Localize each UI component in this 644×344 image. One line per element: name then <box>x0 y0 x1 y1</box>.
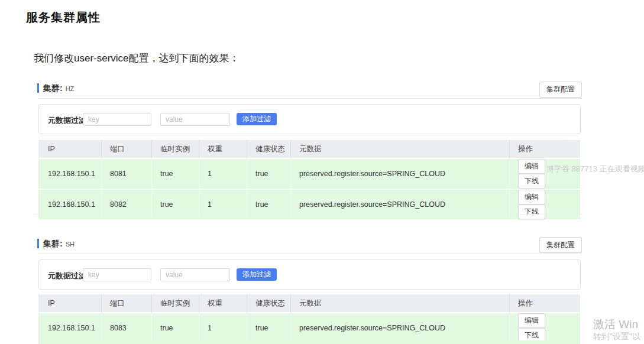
cluster-marker <box>37 83 39 93</box>
value-filter-input[interactable] <box>160 113 230 126</box>
instance-table-hz: IP 端口 临时实例 权重 健康状态 元数据 操作 192.168.150.1 … <box>38 140 580 220</box>
key-filter-input[interactable] <box>83 113 151 126</box>
metadata-filter-label: 元数据过滤 <box>48 271 86 281</box>
table-row: 192.168.150.1 8081 true 1 true preserved… <box>38 159 580 190</box>
cell-actions: 编辑下线 <box>510 313 580 344</box>
table-header-row: IP 端口 临时实例 权重 健康状态 元数据 操作 <box>38 294 580 313</box>
cluster-name: SH <box>66 241 75 248</box>
page-title: 服务集群属性 <box>26 9 101 25</box>
cell-healthy: true <box>247 190 291 220</box>
viewer-watermark: 博学谷 887713 正在观看视频 <box>546 164 644 174</box>
column-header-ephemeral: 临时实例 <box>152 140 199 159</box>
cell-metadata: preserved.register.source=SPRING_CLOUD <box>291 190 510 220</box>
cell-port: 8082 <box>102 190 152 220</box>
cluster-config-button[interactable]: 集群配置 <box>539 82 582 98</box>
activate-windows-watermark-line1: 激活 Win <box>593 317 644 332</box>
instance-table-sh: IP 端口 临时实例 权重 健康状态 元数据 操作 192.168.150.1 … <box>38 294 580 344</box>
cell-metadata: preserved.register.source=SPRING_CLOUD <box>291 159 510 190</box>
edit-button[interactable]: 编辑 <box>518 313 545 328</box>
edit-button[interactable]: 编辑 <box>518 159 545 174</box>
cluster-header-hz: 集群:HZ 集群配置 <box>37 82 582 96</box>
cluster-config-button[interactable]: 集群配置 <box>539 237 582 253</box>
cell-metadata: preserved.register.source=SPRING_CLOUD <box>291 313 510 344</box>
column-header-healthy: 健康状态 <box>247 140 291 159</box>
column-header-ip: IP <box>38 294 102 313</box>
cell-ip: 192.168.150.1 <box>38 313 102 344</box>
divider <box>37 98 582 99</box>
cell-ephemeral: true <box>152 313 199 344</box>
value-filter-input[interactable] <box>160 268 230 281</box>
offline-button[interactable]: 下线 <box>518 205 545 219</box>
column-header-metadata: 元数据 <box>291 294 510 313</box>
column-header-actions: 操作 <box>510 140 580 159</box>
cell-weight: 1 <box>199 313 247 344</box>
cluster-header-sh: 集群:SH 集群配置 <box>37 238 582 252</box>
column-header-port: 端口 <box>102 294 152 313</box>
table-row: 192.168.150.1 8082 true 1 true preserved… <box>38 190 580 220</box>
add-filter-button[interactable]: 添加过滤 <box>237 113 277 125</box>
cell-port: 8083 <box>102 313 152 344</box>
divider <box>33 214 582 215</box>
cluster-name: HZ <box>66 85 75 92</box>
column-header-metadata: 元数据 <box>291 140 510 159</box>
column-header-weight: 权重 <box>199 140 247 159</box>
cell-ephemeral: true <box>152 159 199 190</box>
offline-button[interactable]: 下线 <box>518 174 545 189</box>
cell-ip: 192.168.150.1 <box>38 159 102 190</box>
partial-next-row <box>38 340 580 344</box>
column-header-weight: 权重 <box>199 294 247 313</box>
table-header-row: IP 端口 临时实例 权重 健康状态 元数据 操作 <box>38 140 580 159</box>
cell-ephemeral: true <box>152 190 199 220</box>
edit-button[interactable]: 编辑 <box>518 190 545 205</box>
column-header-port: 端口 <box>102 140 152 159</box>
column-header-healthy: 健康状态 <box>247 294 291 313</box>
cluster-title: 集群:SH <box>43 239 75 249</box>
cell-port: 8081 <box>102 159 152 190</box>
column-header-ephemeral: 临时实例 <box>152 294 199 313</box>
cell-healthy: true <box>247 313 291 344</box>
cell-weight: 1 <box>199 159 247 190</box>
add-filter-button[interactable]: 添加过滤 <box>237 268 277 281</box>
cluster-marker <box>37 239 39 248</box>
intro-text: 我们修改user-service配置，达到下面的效果： <box>34 51 240 65</box>
cell-weight: 1 <box>199 190 247 220</box>
table-row: 192.168.150.1 8083 true 1 true preserved… <box>38 313 580 344</box>
metadata-filter-label: 元数据过滤 <box>48 115 86 126</box>
metadata-filter-panel-sh: 元数据过滤 添加过滤 <box>38 259 581 290</box>
cell-actions: 编辑下线 <box>510 190 580 220</box>
cell-healthy: true <box>247 159 291 190</box>
metadata-filter-panel-hz: 元数据过滤 添加过滤 <box>38 104 581 134</box>
activate-windows-watermark-line2: 转到"设置"以 <box>593 332 644 342</box>
column-header-ip: IP <box>38 140 102 159</box>
column-header-actions: 操作 <box>510 294 580 313</box>
divider <box>37 254 582 254</box>
cluster-prefix-label: 集群: <box>43 239 63 248</box>
page: 服务集群属性 我们修改user-service配置，达到下面的效果： 集群:HZ… <box>0 0 644 344</box>
cell-ip: 192.168.150.1 <box>38 190 102 220</box>
cluster-prefix-label: 集群: <box>43 83 63 93</box>
key-filter-input[interactable] <box>83 268 151 281</box>
cluster-title: 集群:HZ <box>43 83 74 94</box>
